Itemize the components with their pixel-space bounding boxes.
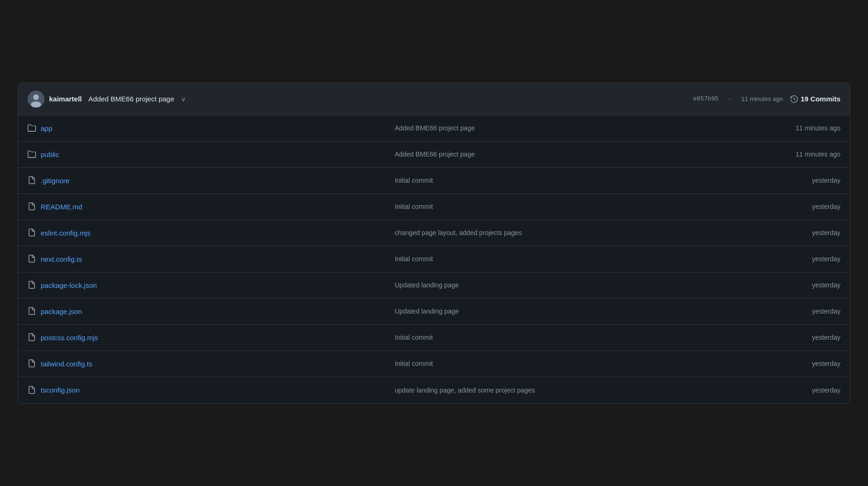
- file-name[interactable]: tsconfig.json: [41, 386, 80, 394]
- file-commit-age: yesterday: [747, 386, 840, 394]
- table-row: .gitignore Initial commit yesterday: [18, 168, 850, 194]
- file-commit-desc: Initial commit: [387, 203, 747, 210]
- commits-count-label: 19 Commits: [801, 95, 840, 103]
- file-name[interactable]: package.json: [41, 307, 82, 315]
- table-row: public Added BME66 project page 11 minut…: [18, 142, 850, 168]
- repo-file-table: kaimartell Added BME66 project page ∨ e8…: [18, 83, 850, 404]
- table-row: tsconfig.json update landing page, added…: [18, 377, 850, 403]
- file-name-cell: eslint.config.mjs: [28, 229, 387, 237]
- header-right: e857b95 · 11 minutes ago 19 Commits: [693, 95, 840, 103]
- file-commit-desc: changed page layout, added projects page…: [387, 229, 747, 236]
- file-commit-age: yesterday: [747, 203, 840, 210]
- table-row: postcss.config.mjs Initial commit yester…: [18, 325, 850, 351]
- file-commit-desc: update landing page, added some project …: [387, 386, 747, 394]
- table-row: package-lock.json Updated landing page y…: [18, 272, 850, 299]
- file-name-cell: .gitignore: [28, 176, 387, 185]
- avatar: [28, 91, 44, 107]
- commit-hash[interactable]: e857b95: [693, 95, 719, 102]
- file-icon: [28, 333, 36, 342]
- file-icon: [28, 255, 36, 263]
- file-commit-age: yesterday: [747, 360, 840, 367]
- file-list: app Added BME66 project page 11 minutes …: [18, 115, 850, 403]
- file-icon: [28, 281, 36, 289]
- file-icon: [28, 202, 36, 211]
- latest-commit-message: Added BME66 project page: [88, 95, 174, 103]
- file-icon: [28, 386, 36, 394]
- chevron-down-icon[interactable]: ∨: [181, 95, 186, 103]
- file-commit-desc: Added BME66 project page: [387, 150, 747, 158]
- author-name[interactable]: kaimartell: [49, 95, 82, 103]
- file-commit-desc: Initial commit: [387, 334, 747, 341]
- file-commit-desc: Added BME66 project page: [387, 124, 747, 132]
- file-name-cell: package-lock.json: [28, 281, 387, 289]
- file-commit-desc: Updated landing page: [387, 307, 747, 315]
- table-row: package.json Updated landing page yester…: [18, 299, 850, 325]
- file-commit-desc: Initial commit: [387, 177, 747, 184]
- table-row: README.md Initial commit yesterday: [18, 194, 850, 220]
- history-icon: [790, 95, 798, 103]
- file-commit-desc: Initial commit: [387, 255, 747, 263]
- file-name-cell: postcss.config.mjs: [28, 333, 387, 342]
- file-name[interactable]: package-lock.json: [41, 281, 97, 289]
- table-row: eslint.config.mjs changed page layout, a…: [18, 220, 850, 246]
- header-left: kaimartell Added BME66 project page ∨: [28, 91, 186, 107]
- file-name[interactable]: eslint.config.mjs: [41, 229, 91, 237]
- folder-icon: [28, 150, 36, 158]
- file-commit-desc: Updated landing page: [387, 281, 747, 289]
- file-commit-age: yesterday: [747, 281, 840, 289]
- svg-point-1: [33, 94, 39, 100]
- commit-time: 11 minutes ago: [741, 95, 783, 102]
- file-name-cell: app: [28, 124, 387, 132]
- table-row: next.config.ts Initial commit yesterday: [18, 246, 850, 272]
- file-commit-age: yesterday: [747, 229, 840, 236]
- folder-icon: [28, 124, 36, 132]
- table-row: tailwind.config.ts Initial commit yester…: [18, 351, 850, 377]
- table-row: app Added BME66 project page 11 minutes …: [18, 115, 850, 142]
- file-name[interactable]: postcss.config.mjs: [41, 334, 98, 342]
- file-commit-age: yesterday: [747, 255, 840, 263]
- file-name-cell: public: [28, 150, 387, 158]
- file-icon: [28, 359, 36, 368]
- commit-header: kaimartell Added BME66 project page ∨ e8…: [18, 83, 850, 115]
- file-name-cell: next.config.ts: [28, 255, 387, 263]
- file-commit-age: 11 minutes ago: [747, 150, 840, 158]
- file-commit-age: yesterday: [747, 307, 840, 315]
- file-commit-desc: Initial commit: [387, 360, 747, 367]
- file-name[interactable]: app: [41, 124, 52, 132]
- file-name[interactable]: tailwind.config.ts: [41, 360, 92, 368]
- file-icon: [28, 307, 36, 315]
- commits-count-link[interactable]: 19 Commits: [790, 95, 840, 103]
- file-name[interactable]: public: [41, 150, 59, 158]
- file-icon: [28, 229, 36, 237]
- dot-separator: ·: [729, 95, 731, 103]
- file-name-cell: README.md: [28, 202, 387, 211]
- file-commit-age: yesterday: [747, 334, 840, 341]
- file-name[interactable]: README.md: [41, 203, 82, 211]
- file-name[interactable]: .gitignore: [41, 177, 70, 185]
- file-name-cell: tsconfig.json: [28, 386, 387, 394]
- file-name-cell: tailwind.config.ts: [28, 359, 387, 368]
- file-commit-age: yesterday: [747, 177, 840, 184]
- file-name[interactable]: next.config.ts: [41, 255, 82, 263]
- file-name-cell: package.json: [28, 307, 387, 315]
- file-icon: [28, 176, 36, 185]
- file-commit-age: 11 minutes ago: [747, 124, 840, 132]
